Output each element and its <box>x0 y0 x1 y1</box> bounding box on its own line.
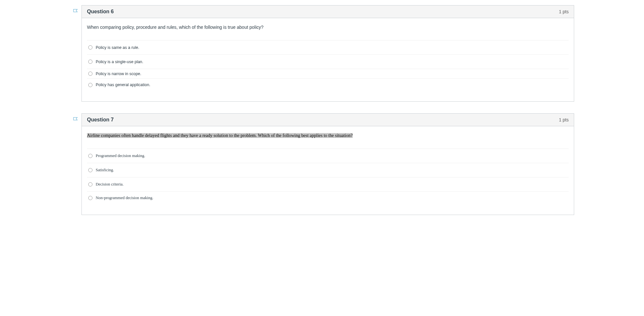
option-row[interactable]: Satisficing. <box>87 163 569 177</box>
question-body: Airline companies often handle delayed f… <box>82 126 574 215</box>
option-label: Decision criteria. <box>96 182 123 187</box>
question-card: Question 6 1 pts When comparing policy, … <box>81 5 574 102</box>
question-card: Question 7 1 pts Airline companies often… <box>81 113 574 215</box>
radio-icon[interactable] <box>88 196 92 200</box>
flag-column <box>70 113 81 123</box>
option-label: Policy is narrow in scope. <box>96 72 141 76</box>
radio-icon[interactable] <box>88 182 92 186</box>
option-row[interactable]: Non-programmed decision making. <box>87 192 569 209</box>
option-row[interactable]: Policy is a single-use plan. <box>87 55 569 69</box>
question-points: 1 pts <box>559 9 569 14</box>
flag-column <box>70 5 81 15</box>
radio-icon[interactable] <box>88 168 92 172</box>
question-title: Question 6 <box>87 9 114 15</box>
option-row[interactable]: Policy is narrow in scope. <box>87 69 569 79</box>
flag-icon[interactable] <box>72 117 79 123</box>
options-list: Programmed decision making. Satisficing.… <box>87 149 569 209</box>
option-label: Policy is same as a rule. <box>96 45 139 50</box>
radio-icon[interactable] <box>88 72 92 76</box>
option-label: Policy is a single-use plan. <box>96 60 143 64</box>
radio-icon[interactable] <box>88 45 92 50</box>
question-header: Question 6 1 pts <box>82 6 574 18</box>
option-row[interactable]: Policy has general application. <box>87 79 569 96</box>
question-points: 1 pts <box>559 117 569 122</box>
question-header: Question 7 1 pts <box>82 114 574 126</box>
question-prompt: Airline companies often handle delayed f… <box>87 131 569 149</box>
flag-icon[interactable] <box>72 8 79 15</box>
option-label: Satisficing. <box>96 168 114 173</box>
radio-icon[interactable] <box>88 60 92 64</box>
question-block-7: Question 7 1 pts Airline companies often… <box>70 113 574 215</box>
options-list: Policy is same as a rule. Policy is a si… <box>87 40 569 96</box>
option-row[interactable]: Programmed decision making. <box>87 149 569 163</box>
question-prompt: When comparing policy, procedure and rul… <box>87 23 569 40</box>
option-label: Policy has general application. <box>96 83 150 87</box>
question-body: When comparing policy, procedure and rul… <box>82 18 574 101</box>
option-row[interactable]: Decision criteria. <box>87 177 569 192</box>
question-title: Question 7 <box>87 117 114 123</box>
radio-icon[interactable] <box>88 83 92 87</box>
option-row[interactable]: Policy is same as a rule. <box>87 40 569 55</box>
quiz-page: Question 6 1 pts When comparing policy, … <box>70 5 574 215</box>
option-label: Non-programmed decision making. <box>96 196 153 200</box>
radio-icon[interactable] <box>88 154 92 158</box>
option-label: Programmed decision making. <box>96 153 145 158</box>
question-block-6: Question 6 1 pts When comparing policy, … <box>70 5 574 102</box>
